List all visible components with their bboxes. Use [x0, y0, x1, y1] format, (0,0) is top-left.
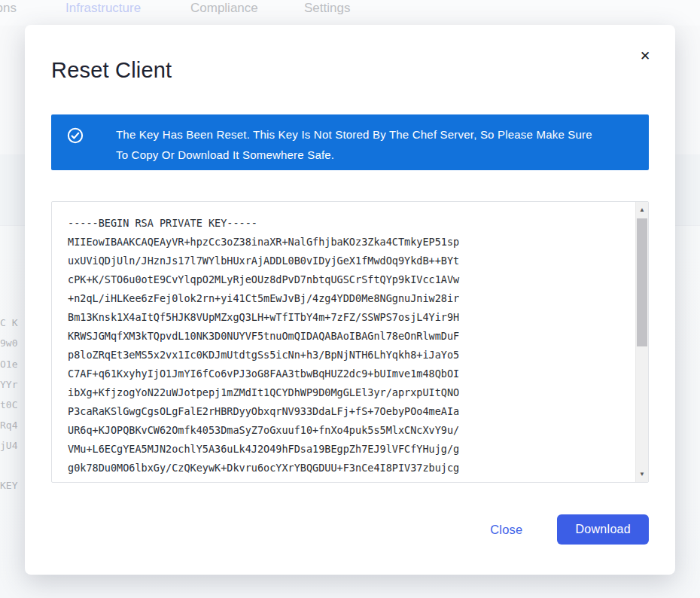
close-button[interactable]: Close — [490, 523, 522, 537]
private-key-text[interactable]: -----BEGIN RSA PRIVATE KEY----- MIIEowIB… — [52, 202, 635, 482]
banner-message: The Key Has Been Reset. This Key Is Not … — [116, 124, 605, 165]
modal-footer: Close Download — [490, 514, 649, 545]
success-banner: The Key Has Been Reset. This Key Is Not … — [51, 114, 649, 170]
scrollbar-thumb[interactable] — [637, 218, 647, 346]
private-key-box: -----BEGIN RSA PRIVATE KEY----- MIIEowIB… — [51, 201, 649, 483]
close-icon[interactable]: ✕ — [633, 44, 657, 69]
scroll-down-icon[interactable]: ▼ — [636, 468, 648, 481]
check-circle-icon — [67, 127, 84, 144]
scrollbar[interactable]: ▲ ▼ — [635, 202, 648, 482]
download-button[interactable]: Download — [557, 514, 649, 545]
scroll-up-icon[interactable]: ▲ — [636, 203, 648, 216]
reset-client-modal: ✕ Reset Client The Key Has Been Reset. T… — [25, 25, 675, 575]
modal-title: Reset Client — [51, 58, 172, 83]
